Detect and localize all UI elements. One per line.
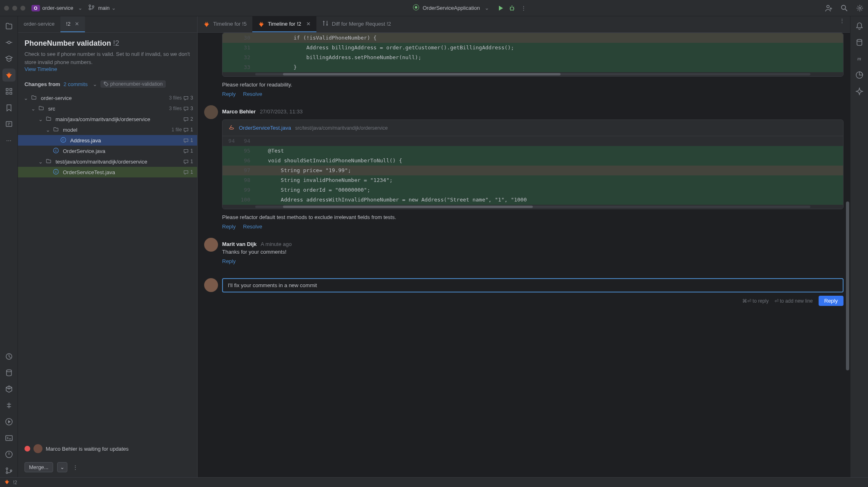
- reply-link[interactable]: Reply: [222, 258, 236, 264]
- svg-text:C: C: [62, 138, 65, 142]
- bookmarks-tool-icon[interactable]: [2, 101, 16, 114]
- ai-assistant-icon[interactable]: [853, 85, 866, 98]
- tree-meta: 1 file: [171, 127, 182, 133]
- commit-tool-icon[interactable]: [2, 36, 16, 49]
- avatar: [204, 238, 218, 252]
- tree-caret-icon[interactable]: ⌄: [46, 127, 51, 133]
- window-close[interactable]: [4, 6, 9, 11]
- more-tabs-icon[interactable]: ⋮: [838, 16, 846, 24]
- tree-label: src: [48, 106, 165, 112]
- resolve-link[interactable]: Resolve: [243, 224, 262, 230]
- chevron-down-icon[interactable]: ⌄: [485, 5, 489, 11]
- svg-point-31: [857, 40, 862, 42]
- view-timeline-link[interactable]: View Timeline: [24, 66, 191, 72]
- tree-row[interactable]: CAddress.java 1: [18, 135, 197, 146]
- gitlab-tool-icon[interactable]: [2, 69, 16, 82]
- run-tool-icon[interactable]: [2, 415, 16, 428]
- problems-icon[interactable]: [2, 448, 16, 461]
- services-icon[interactable]: [2, 383, 16, 396]
- comment-timestamp: A minute ago: [261, 241, 292, 247]
- code-block: OrderServiceTest.java src/test/java/com/…: [222, 120, 844, 209]
- database-right-icon[interactable]: [853, 36, 866, 49]
- run-config-name[interactable]: OrderServiceApplication: [423, 5, 480, 11]
- tree-row[interactable]: COrderService.java 1: [18, 146, 197, 156]
- java-file-icon: [228, 124, 235, 132]
- more-tools-icon[interactable]: ⋯: [2, 134, 16, 147]
- profiler-icon[interactable]: [2, 350, 16, 363]
- reply-input[interactable]: [222, 278, 844, 292]
- tab-label: Timeline for !2: [268, 21, 301, 27]
- git-tool-icon[interactable]: [2, 464, 16, 477]
- panel-tab-project[interactable]: order-service: [18, 16, 60, 32]
- horizontal-scrollbar[interactable]: [255, 206, 810, 208]
- database-icon[interactable]: [2, 366, 16, 379]
- tree-caret-icon[interactable]: ⌄: [24, 95, 29, 101]
- editor-tab-diff[interactable]: Diff for Merge Request !2: [316, 16, 397, 32]
- tree-label: model: [63, 127, 167, 133]
- branch-name[interactable]: main: [98, 5, 109, 11]
- file-tree[interactable]: ⌄order-service 3 files 3⌄src 3 files 3⌄m…: [18, 91, 197, 444]
- run-button[interactable]: [496, 4, 505, 12]
- folder-icon: [31, 95, 38, 102]
- tree-row[interactable]: ⌄model 1 file 1: [18, 124, 197, 135]
- tree-label: OrderService.java: [63, 148, 182, 154]
- maven-icon[interactable]: m: [853, 52, 866, 65]
- pull-requests-icon[interactable]: [2, 117, 16, 131]
- reply-link[interactable]: Reply: [222, 224, 236, 230]
- window-maximize[interactable]: [20, 6, 25, 11]
- resolve-link[interactable]: Resolve: [243, 91, 262, 97]
- vertical-scrollbar[interactable]: [846, 33, 849, 477]
- endpoints-icon[interactable]: [2, 399, 16, 412]
- changes-from-label: Changes from: [24, 81, 60, 87]
- tab-label: Diff for Merge Request !2: [332, 21, 391, 27]
- commits-link[interactable]: 2 commits: [63, 81, 87, 87]
- close-icon[interactable]: ✕: [75, 21, 79, 27]
- tree-caret-icon[interactable]: ⌄: [38, 159, 44, 165]
- tree-caret-icon[interactable]: ⌄: [31, 106, 37, 112]
- code-line: 33 }: [223, 62, 843, 72]
- tree-row[interactable]: ⌄src 3 files 3: [18, 103, 197, 114]
- merge-button[interactable]: Merge...: [24, 462, 53, 472]
- reply-button[interactable]: Reply: [819, 296, 844, 306]
- close-icon[interactable]: ✕: [306, 21, 311, 27]
- project-name[interactable]: order-service: [42, 5, 73, 11]
- horizontal-scrollbar[interactable]: [255, 73, 810, 75]
- notifications-icon[interactable]: [853, 20, 866, 33]
- reply-link[interactable]: Reply: [222, 91, 236, 97]
- svg-point-8: [859, 7, 861, 9]
- chevron-down-icon[interactable]: ⌄: [93, 81, 97, 87]
- chevron-down-icon[interactable]: ⌄: [111, 5, 116, 11]
- tree-row[interactable]: ⌄order-service 3 files 3: [18, 93, 197, 103]
- structure-tool-icon[interactable]: [2, 85, 16, 98]
- tree-meta: 3 files: [169, 106, 182, 111]
- more-actions[interactable]: ⋮: [71, 463, 80, 472]
- coverage-icon[interactable]: [853, 69, 866, 82]
- window-minimize[interactable]: [12, 6, 17, 11]
- settings-icon[interactable]: [856, 4, 864, 12]
- terminal-icon[interactable]: [2, 432, 16, 445]
- svg-rect-11: [10, 89, 12, 91]
- code-with-me-icon[interactable]: [825, 4, 833, 12]
- more-actions[interactable]: ⋮: [519, 4, 527, 12]
- class-icon: C: [60, 137, 67, 144]
- comment-count: 3: [183, 106, 193, 111]
- svg-point-7: [841, 5, 846, 9]
- editor-tab-timeline-5[interactable]: Timeline for !5: [198, 16, 252, 32]
- status-mr-label[interactable]: !2: [13, 480, 17, 485]
- editor-tab-timeline-2[interactable]: Timeline for !2 ✕: [252, 16, 316, 32]
- tree-caret-icon[interactable]: ⌄: [38, 116, 44, 122]
- merge-dropdown[interactable]: ⌄: [57, 462, 67, 472]
- chevron-down-icon[interactable]: ⌄: [78, 5, 82, 11]
- debug-button[interactable]: [508, 4, 516, 12]
- learn-tool-icon[interactable]: [2, 52, 16, 65]
- panel-tab-mr[interactable]: !2 ✕: [60, 16, 85, 32]
- tree-row[interactable]: COrderServiceTest.java 1: [18, 167, 197, 177]
- search-icon[interactable]: [840, 4, 848, 12]
- tree-row[interactable]: ⌄main/java/com/maritvandijk/orderservice…: [18, 114, 197, 124]
- status-text: Marco Behler is waiting for updates: [46, 446, 129, 452]
- project-tool-icon[interactable]: [2, 20, 16, 33]
- gitlab-status-icon[interactable]: [4, 479, 10, 486]
- vcs-branch-icon[interactable]: [88, 4, 95, 12]
- tree-row[interactable]: ⌄test/java/com/maritvandijk/orderservice…: [18, 156, 197, 167]
- file-link[interactable]: OrderServiceTest.java: [239, 125, 291, 131]
